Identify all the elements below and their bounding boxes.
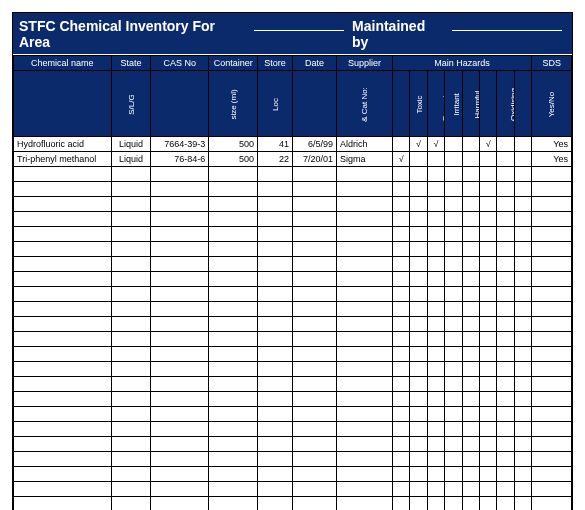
inventory-table: Chemical name State CAS No Container Sto… <box>13 55 572 510</box>
col-supplier: Supplier <box>337 56 393 71</box>
sub-state: S/L/G <box>111 71 151 137</box>
haz-flammable: Flammable <box>392 71 409 137</box>
col-name: Chemical name <box>14 56 112 71</box>
area-blank <box>254 17 344 31</box>
table-row <box>14 362 572 377</box>
table-row: Hydrofluoric acidLiquid7664-39-3500416/5… <box>14 137 572 152</box>
sub-date <box>292 71 336 137</box>
table-row <box>14 227 572 242</box>
table-row <box>14 242 572 257</box>
table-row <box>14 482 572 497</box>
sub-name <box>14 71 112 137</box>
table-row <box>14 257 572 272</box>
table-row <box>14 272 572 287</box>
table-row <box>14 467 572 482</box>
sub-container: size (ml) <box>209 71 258 137</box>
table-row <box>14 332 572 347</box>
haz-harmful: Harmful <box>462 71 479 137</box>
haz-oxidising: Oxidising <box>497 71 514 137</box>
table-row: Tri-phenyl methanolLiquid76-84-6500227/2… <box>14 152 572 167</box>
col-state: State <box>111 56 151 71</box>
sub-store: Loc <box>258 71 293 137</box>
table-row <box>14 437 572 452</box>
table-row <box>14 497 572 511</box>
table-row <box>14 392 572 407</box>
table-row <box>14 377 572 392</box>
table-body: Hydrofluoric acidLiquid7664-39-3500416/5… <box>14 137 572 511</box>
table-row <box>14 407 572 422</box>
sub-sds: Yes/No <box>532 71 572 137</box>
haz-corrosive: Corrosive <box>427 71 444 137</box>
title-maintained: Maintained by <box>352 18 444 50</box>
col-date: Date <box>292 56 336 71</box>
table-row <box>14 212 572 227</box>
table-row <box>14 197 572 212</box>
haz-environ: Harmful to Environm. <box>480 71 497 137</box>
title-prefix: STFC Chemical Inventory For Area <box>19 18 246 50</box>
table-row <box>14 317 572 332</box>
header-row-1: Chemical name State CAS No Container Sto… <box>14 56 572 71</box>
table-row <box>14 302 572 317</box>
col-sds: SDS <box>532 56 572 71</box>
table-row <box>14 182 572 197</box>
haz-irritant: Irritant <box>445 71 462 137</box>
sub-cas <box>151 71 209 137</box>
table-row <box>14 167 572 182</box>
col-container: Container <box>209 56 258 71</box>
haz-biohazard: Biohazard <box>514 71 531 137</box>
col-cas: CAS No <box>151 56 209 71</box>
haz-toxic: Toxic <box>410 71 427 137</box>
table-row <box>14 347 572 362</box>
maintained-blank <box>452 17 562 31</box>
inventory-sheet: STFC Chemical Inventory For Area Maintai… <box>12 12 573 510</box>
table-row <box>14 422 572 437</box>
col-hazards: Main Hazards <box>392 56 531 71</box>
table-row <box>14 452 572 467</box>
header-row-2: S/L/G size (ml) Loc & Cat No: Flammable … <box>14 71 572 137</box>
table-row <box>14 287 572 302</box>
title-bar: STFC Chemical Inventory For Area Maintai… <box>13 13 572 55</box>
col-store: Store <box>258 56 293 71</box>
sub-supplier: & Cat No: <box>337 71 393 137</box>
